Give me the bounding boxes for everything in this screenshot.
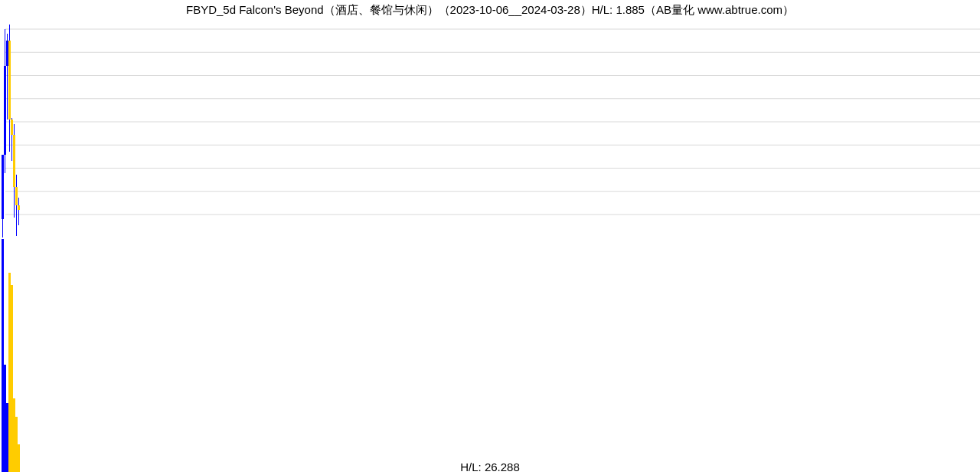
svg-rect-24: [18, 205, 20, 210]
chart-title: FBYD_5d Falcon's Beyond（酒店、餐馆与休闲）（2023-1…: [0, 3, 980, 18]
svg-rect-10: [2, 155, 4, 219]
svg-rect-20: [13, 135, 15, 187]
svg-rect-12: [4, 66, 6, 155]
chart-svg: [0, 20, 980, 472]
svg-rect-18: [11, 120, 13, 135]
svg-rect-14: [6, 41, 8, 66]
footer-hl-label: H/L: 26.288: [0, 460, 980, 473]
svg-rect-16: [8, 41, 11, 120]
svg-rect-26: [4, 365, 6, 472]
svg-rect-29: [11, 285, 13, 472]
chart-area: [0, 20, 980, 472]
svg-rect-28: [8, 273, 11, 472]
svg-rect-22: [15, 187, 18, 205]
svg-rect-25: [2, 239, 4, 472]
